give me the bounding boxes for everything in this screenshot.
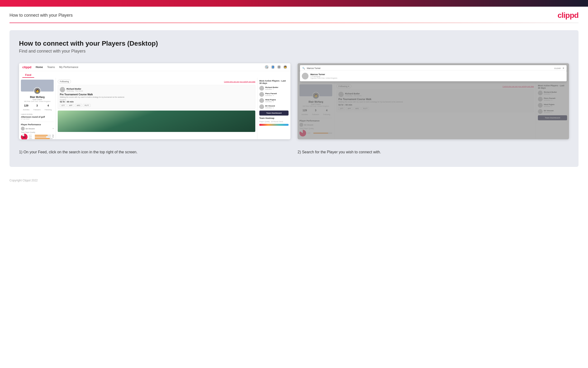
- nav-home-1[interactable]: Home: [36, 66, 43, 68]
- search-icon[interactable]: 🔍: [265, 65, 269, 69]
- header-divider: [9, 23, 579, 23]
- team-dashboard-btn-1[interactable]: Team Dashboard: [259, 110, 289, 116]
- score-bars-1: OTT 79 APP 70: [29, 135, 54, 139]
- app-nav-1: clippd Home Teams My Performance 🔍 👤 ⚙ 🧑: [19, 63, 290, 71]
- stat-followers-1: 3 Followers: [34, 104, 41, 111]
- profile-avatar-1: 🧑: [34, 87, 41, 94]
- player-list-1: Richard Butler Activities: 7 Piers Parne…: [259, 86, 289, 109]
- search-result-handicap: 1-5 Handicap: [310, 76, 337, 77]
- app-right-1: Most Active Players - Last 30 days Richa…: [257, 78, 290, 139]
- search-clear-btn[interactable]: CLEAR: [554, 67, 561, 69]
- screenshot-1-col: clippd Home Teams My Performance 🔍 👤 ⚙ 🧑…: [19, 63, 290, 139]
- player-select-row-1[interactable]: Eli Vincent ▾: [21, 127, 54, 130]
- app-screenshot-1: clippd Home Teams My Performance 🔍 👤 ⚙ 🧑…: [19, 63, 290, 139]
- page-title: How to connect with your Players: [9, 13, 73, 18]
- player-info: Richard Butler Activities: 7: [265, 86, 278, 90]
- search-result-item[interactable]: Marcus Turner 1-5 Handicap Cypress Point…: [302, 73, 565, 79]
- quality-label-1: Total Player Quality: [21, 131, 54, 133]
- stat-followers-label-1: Followers: [34, 109, 41, 110]
- card-tags-1: OTT APP ARG PUTT: [60, 104, 253, 107]
- tag-arg-1: ARG: [75, 104, 82, 107]
- activity-date-1: 27 Jul 2022: [21, 118, 54, 120]
- main-title: How to connect with your Players (Deskto…: [19, 40, 569, 47]
- search-bar[interactable]: 🔍 Marcus Turner CLEAR ×: [300, 65, 567, 71]
- avatar-icon[interactable]: 🧑: [283, 65, 287, 69]
- search-result-info: Marcus Turner 1-5 Handicap Cypress Point…: [310, 73, 337, 79]
- logo: clippd: [558, 11, 579, 20]
- arg-bar-1: [35, 138, 53, 139]
- tag-app-1: APP: [67, 104, 74, 107]
- stat-activities-1: 129 Activities: [23, 104, 29, 111]
- score-circle-1: 84: [21, 134, 27, 139]
- score-bar-ott-1: OTT 79: [29, 135, 54, 136]
- search-result-location: Cypress Point Club, United Kingdom: [310, 77, 337, 79]
- app-body-1: 🧑 Blair McHarg Golf Coach Mill Ride Golf…: [19, 78, 290, 139]
- duration-label-1: Duration: [60, 99, 253, 101]
- app-bar-1: [35, 137, 51, 138]
- player-avatar: [259, 92, 264, 97]
- stat-following-label-1: Following: [45, 109, 52, 110]
- player-avatar: [259, 98, 264, 103]
- stat-following-num-1: 4: [45, 104, 52, 107]
- heatmap-bar-1: [259, 124, 289, 126]
- activity-name-1: Afternoon round of golf: [21, 116, 54, 118]
- latest-activity-label-1: Latest Activity: [21, 113, 54, 115]
- quality-score-1: 84 OTT 79 APP: [21, 134, 54, 139]
- activity-card-1: Richard Butler Yesterday · The Grove Pre…: [58, 85, 255, 109]
- app-sidebar-1: 🧑 Blair McHarg Golf Coach Mill Ride Golf…: [19, 78, 56, 139]
- arg-label-1: ARG: [29, 138, 34, 139]
- player-info: Piers Parnell Activities: 4: [265, 92, 277, 96]
- player-stat: Activities: 4: [265, 95, 277, 96]
- main-content: How to connect with your Players (Deskto…: [9, 30, 579, 167]
- player-info: Hiral Pujara Activities: 3: [265, 99, 276, 102]
- dropdown-arrow-1[interactable]: ▾: [53, 128, 54, 129]
- nav-teams-1[interactable]: Teams: [47, 66, 55, 68]
- profile-club-1: Mill Ride Golf Club, United Kingdom: [21, 101, 54, 102]
- tag-putt-1: PUTT: [83, 104, 90, 107]
- step-2-desc: 2) Search for the Player you wish to con…: [298, 149, 569, 155]
- golf-image-1: [58, 110, 255, 132]
- player-name: Eli Vincent: [265, 105, 275, 107]
- footer: Copyright Clippd 2022: [0, 174, 588, 187]
- player-name: Piers Parnell: [265, 92, 277, 95]
- following-btn-1[interactable]: Following: [58, 80, 71, 83]
- ott-label-1: OTT: [29, 135, 34, 136]
- main-subtitle: Find and connect with your Players: [19, 49, 569, 54]
- search-close-btn[interactable]: ×: [562, 66, 564, 70]
- score-bar-arg-1: ARG: [29, 138, 54, 139]
- card-desc-1: Walking the course with my coach to buil…: [60, 96, 253, 98]
- profile-stats-1: 129 Activities 3 Followers 4 Following: [21, 104, 54, 111]
- duration-value-1: 02 hr : 00 min: [60, 101, 253, 103]
- player-stat: Activities: 1: [265, 107, 275, 109]
- golf-image-content-1: [58, 110, 255, 132]
- search-result-dropdown: Marcus Turner 1-5 Handicap Cypress Point…: [300, 71, 567, 81]
- nav-myperformance-1[interactable]: My Performance: [59, 66, 78, 68]
- profile-info-1: Blair McHarg Golf Coach Mill Ride Golf C…: [21, 96, 54, 102]
- ott-value-1: 79: [52, 135, 54, 136]
- profile-banner-1: 🧑: [21, 80, 54, 92]
- heatmap-section-1: Team Heatmap Player Quality · 20 Round T…: [259, 117, 289, 126]
- player-avatar: [259, 104, 264, 109]
- settings-icon[interactable]: ⚙: [277, 65, 281, 69]
- step-1-desc: 1) On your Feed, click on the search ico…: [19, 149, 290, 155]
- feed-tab-1[interactable]: Feed: [22, 73, 34, 78]
- player-name: Hiral Pujara: [265, 99, 276, 101]
- stat-following-1: 4 Following: [45, 104, 52, 111]
- user-name-card-1: Richard Butler: [67, 88, 83, 90]
- search-result-avatar: [302, 73, 308, 79]
- app-value-1: 70: [52, 136, 54, 138]
- search-input-text[interactable]: Marcus Turner: [307, 67, 552, 69]
- player-list-item: Piers Parnell Activities: 4: [259, 92, 289, 97]
- app-label-1: APP: [29, 136, 34, 138]
- header: How to connect with your Players clippd: [0, 7, 588, 23]
- user-icon[interactable]: 👤: [271, 65, 275, 69]
- stat-followers-num-1: 3: [34, 104, 41, 107]
- ott-bar-1: [35, 135, 51, 136]
- stat-activities-num-1: 129: [23, 104, 29, 107]
- nav-icons-1: 🔍 👤 ⚙ 🧑: [265, 65, 287, 69]
- user-meta-card-1: Yesterday · The Grove: [67, 90, 83, 92]
- player-stat: Activities: 7: [265, 88, 278, 90]
- heatmap-period-1: Player Quality · 20 Round Trend: [259, 121, 289, 122]
- control-link-1[interactable]: Control who can see your activity and da…: [224, 81, 255, 83]
- card-title-1: Pre Tournament Course Walk: [60, 93, 253, 96]
